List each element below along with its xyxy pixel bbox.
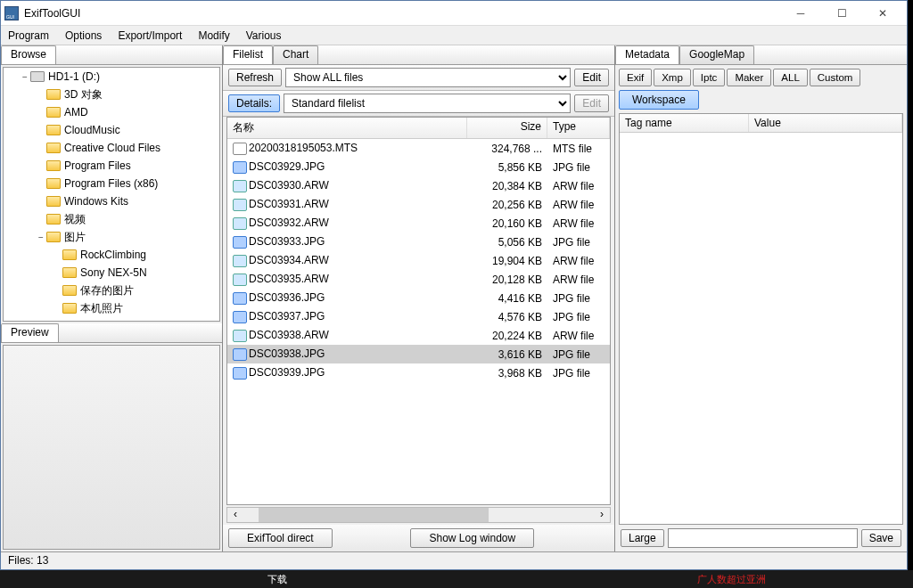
window-title: ExifToolGUI — [24, 7, 780, 20]
col-header-type[interactable]: Type — [547, 118, 610, 138]
tree-toggle-icon[interactable]: − — [36, 233, 46, 242]
tree-item[interactable]: Sony NEX-5N — [4, 264, 219, 282]
file-name-cell: DSC03936.JPG — [227, 291, 467, 305]
filelist-type-combo[interactable]: Standard filelist — [284, 94, 571, 113]
tree-item[interactable]: Program Files — [4, 157, 219, 175]
file-row[interactable]: 20200318195053.MTS324,768 ...MTS file — [227, 139, 610, 158]
minimize-button[interactable]: ─ — [780, 1, 821, 26]
file-type-cell: JPG file — [547, 161, 610, 174]
folder-icon — [46, 196, 61, 207]
tab-metadata[interactable]: Metadata — [615, 45, 679, 64]
file-row[interactable]: DSC03929.JPG5,856 KBJPG file — [227, 158, 610, 176]
jpg-file-icon — [233, 367, 247, 380]
file-size-cell: 4,576 KB — [467, 311, 547, 323]
edit-columns-button[interactable]: Edit — [574, 94, 609, 112]
file-row[interactable]: DSC03935.ARW20,128 KBARW file — [227, 270, 610, 289]
tree-item[interactable]: CloudMusic — [4, 121, 219, 139]
tree-item-label: 本机照片 — [80, 301, 123, 316]
tree-item[interactable]: RockClimbing — [4, 246, 219, 264]
tree-item[interactable]: 3D 对象 — [4, 86, 219, 103]
file-row[interactable]: DSC03931.ARW20,256 KBARW file — [227, 195, 610, 214]
tree-item-label: 明信片 — [80, 319, 112, 323]
large-button[interactable]: Large — [621, 529, 664, 547]
arw-file-icon — [233, 274, 247, 286]
save-button[interactable]: Save — [861, 529, 901, 547]
file-row[interactable]: DSC03933.JPG5,056 KBJPG file — [227, 233, 610, 251]
details-button[interactable]: Details: — [228, 94, 280, 112]
close-button[interactable]: ✕ — [862, 1, 903, 26]
file-table[interactable]: 名称 Size Type 20200318195053.MTS324,768 .… — [226, 117, 611, 505]
file-row[interactable]: DSC03938.ARW20,224 KBARW file — [227, 326, 610, 345]
file-size-cell: 20,224 KB — [467, 330, 547, 342]
workspace-button[interactable]: Workspace — [619, 90, 699, 110]
tree-item[interactable]: 保存的图片 — [4, 282, 219, 299]
tree-item[interactable]: −图片 — [4, 228, 219, 246]
meta-tab-iptc[interactable]: Iptc — [693, 69, 726, 86]
col-header-name[interactable]: 名称 — [227, 118, 467, 138]
col-header-size[interactable]: Size — [467, 118, 547, 138]
drive-icon — [30, 71, 45, 82]
tree-toggle-icon[interactable]: − — [20, 72, 30, 82]
tab-chart[interactable]: Chart — [273, 45, 318, 64]
tab-preview[interactable]: Preview — [1, 323, 59, 342]
scroll-right-icon[interactable]: › — [594, 508, 610, 522]
tree-item-label: 图片 — [64, 230, 86, 245]
taskbar-red-text: 广人数超过亚洲 — [697, 573, 766, 586]
folder-icon — [62, 321, 77, 322]
edit-filter-button[interactable]: Edit — [574, 69, 609, 86]
tab-googlemap[interactable]: GoogleMap — [679, 45, 754, 64]
scroll-left-icon[interactable]: ‹ — [227, 508, 243, 522]
file-name-cell: DSC03930.ARW — [227, 179, 467, 192]
maximize-button[interactable]: ☐ — [821, 1, 862, 26]
file-row[interactable]: DSC03934.ARW19,904 KBARW file — [227, 251, 610, 270]
meta-tab-xmp[interactable]: Xmp — [654, 69, 691, 86]
tree-item[interactable]: Program Files (x86) — [4, 175, 219, 192]
file-type-cell: JPG file — [547, 367, 610, 380]
file-row[interactable]: DSC03930.ARW20,384 KBARW file — [227, 176, 610, 195]
tree-item[interactable]: Windows Kits — [4, 192, 219, 210]
meta-tab-custom[interactable]: Custom — [810, 69, 861, 86]
scroll-thumb[interactable] — [259, 508, 488, 522]
tab-filelist[interactable]: Filelist — [223, 45, 273, 64]
file-hscrollbar[interactable]: ‹ › — [226, 507, 611, 523]
file-size-cell: 5,856 KB — [467, 161, 547, 174]
tree-item-label: AMD — [64, 106, 88, 118]
folder-tree[interactable]: −HD1-1 (D:)3D 对象AMDCloudMusicCreative Cl… — [3, 67, 220, 322]
exiftool-direct-button[interactable]: ExifTool direct — [228, 528, 333, 548]
show-files-combo[interactable]: Show ALL files — [285, 68, 571, 87]
menu-modify[interactable]: Modify — [198, 29, 229, 42]
filelist-toolbar-1: Refresh Show ALL files Edit — [223, 65, 614, 91]
menu-options[interactable]: Options — [65, 29, 102, 42]
meta-tab-maker[interactable]: Maker — [727, 69, 771, 86]
tab-browse[interactable]: Browse — [1, 45, 56, 64]
menu-program[interactable]: Program — [8, 29, 49, 42]
meta-tab-exif[interactable]: Exif — [619, 69, 652, 86]
metadata-tabs: Metadata GoogleMap — [615, 45, 907, 65]
metadata-value-input[interactable] — [668, 528, 858, 548]
file-row[interactable]: DSC03938.JPG3,616 KBJPG file — [227, 345, 610, 363]
metadata-table[interactable]: Tag name Value — [619, 113, 903, 525]
tree-item[interactable]: 视频 — [4, 210, 219, 228]
file-row[interactable]: DSC03939.JPG3,968 KBJPG file — [227, 363, 610, 382]
file-type-cell: ARW file — [547, 274, 610, 286]
menu-export-import[interactable]: Export/Import — [118, 29, 182, 42]
file-row[interactable]: DSC03936.JPG4,416 KBJPG file — [227, 289, 610, 307]
file-row[interactable]: DSC03937.JPG4,576 KBJPG file — [227, 307, 610, 326]
preview-tabs: Preview — [1, 323, 222, 343]
folder-icon — [46, 232, 61, 242]
tree-item[interactable]: AMD — [4, 103, 219, 121]
col-header-tagname[interactable]: Tag name — [620, 114, 749, 132]
file-size-cell: 20,128 KB — [467, 274, 547, 286]
folder-icon — [46, 178, 61, 189]
tree-item[interactable]: Creative Cloud Files — [4, 139, 219, 157]
menu-various[interactable]: Various — [246, 29, 282, 42]
show-log-button[interactable]: Show Log window — [410, 528, 534, 548]
refresh-button[interactable]: Refresh — [228, 69, 282, 86]
file-row[interactable]: DSC03932.ARW20,160 KBARW file — [227, 214, 610, 233]
tree-item[interactable]: 本机照片 — [4, 299, 219, 317]
meta-tab-all[interactable]: ALL — [773, 69, 807, 86]
tree-item[interactable]: 明信片 — [4, 317, 219, 322]
col-header-value[interactable]: Value — [749, 114, 902, 132]
tree-item[interactable]: −HD1-1 (D:) — [4, 68, 219, 86]
left-panel: Browse −HD1-1 (D:)3D 对象AMDCloudMusicCrea… — [1, 45, 223, 551]
